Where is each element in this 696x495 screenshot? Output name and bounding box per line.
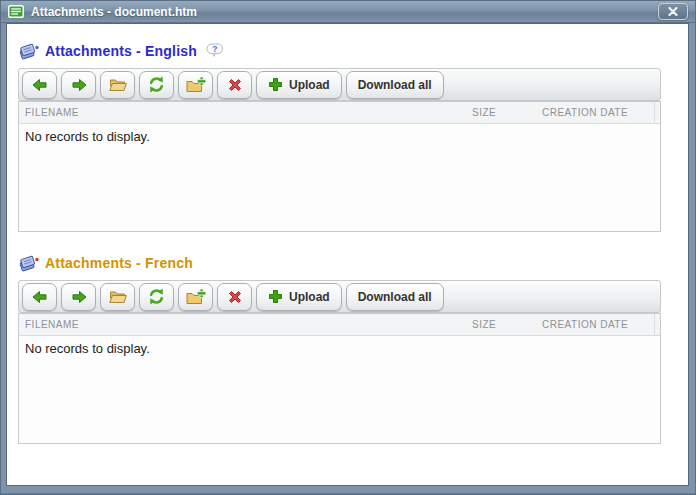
dialog-content: Attachments - English ?: [6, 23, 689, 486]
plus-icon: [268, 77, 283, 92]
empty-table-message: No records to display.: [19, 336, 660, 443]
refresh-button[interactable]: [139, 283, 174, 311]
attachments-table-english: FILENAME SIZE CREATION DATE No records t…: [18, 101, 661, 232]
attachments-icon: [18, 42, 39, 60]
refresh-icon: [147, 287, 166, 306]
help-icon[interactable]: ?: [206, 43, 224, 59]
column-header-creation-date[interactable]: CREATION DATE: [542, 107, 654, 118]
delete-button[interactable]: [217, 71, 252, 99]
empty-table-message: No records to display.: [19, 124, 660, 231]
section-title: Attachments - English: [45, 43, 197, 59]
back-button[interactable]: [22, 283, 57, 311]
delete-x-icon: [226, 288, 244, 306]
back-arrow-icon: [31, 288, 49, 306]
forward-button[interactable]: [61, 283, 96, 311]
forward-button[interactable]: [61, 71, 96, 99]
new-folder-button[interactable]: [178, 71, 213, 99]
document-window-icon: [8, 5, 24, 18]
refresh-button[interactable]: [139, 71, 174, 99]
dialog-title: Attachments - document.htm: [31, 5, 197, 19]
open-folder-button[interactable]: [100, 283, 135, 311]
table-header-row: FILENAME SIZE CREATION DATE: [19, 102, 660, 124]
delete-x-icon: [226, 76, 244, 94]
open-folder-icon: [108, 288, 128, 305]
column-header-size[interactable]: SIZE: [472, 107, 542, 118]
table-header-spacer: [654, 314, 660, 335]
column-header-size[interactable]: SIZE: [472, 319, 542, 330]
column-header-filename[interactable]: FILENAME: [19, 107, 472, 118]
new-folder-icon: [185, 76, 206, 94]
toolbar-french: Upload Download all: [18, 280, 661, 313]
open-folder-icon: [108, 76, 128, 93]
download-all-button[interactable]: Download all: [346, 283, 444, 311]
upload-button-label: Upload: [289, 290, 330, 304]
column-header-filename[interactable]: FILENAME: [19, 319, 472, 330]
forward-arrow-icon: [70, 76, 88, 94]
column-header-creation-date[interactable]: CREATION DATE: [542, 319, 654, 330]
new-folder-icon: [185, 288, 206, 306]
upload-button-label: Upload: [289, 78, 330, 92]
close-icon: [668, 7, 678, 16]
dialog-titlebar[interactable]: Attachments - document.htm: [1, 1, 695, 23]
upload-button[interactable]: Upload: [256, 71, 342, 99]
toolbar-english: Upload Download all: [18, 68, 661, 101]
upload-button[interactable]: Upload: [256, 283, 342, 311]
download-all-button-label: Download all: [358, 290, 432, 304]
download-all-button-label: Download all: [358, 78, 432, 92]
section-header-french: Attachments - French: [18, 252, 661, 274]
back-button[interactable]: [22, 71, 57, 99]
forward-arrow-icon: [70, 288, 88, 306]
section-header-english: Attachments - English ?: [18, 40, 661, 62]
back-arrow-icon: [31, 76, 49, 94]
language-dot: [35, 46, 38, 49]
attachments-dialog: Attachments - document.htm: [0, 0, 696, 495]
language-dot: [35, 258, 38, 261]
refresh-icon: [147, 75, 166, 94]
new-folder-button[interactable]: [178, 283, 213, 311]
table-header-spacer: [654, 102, 660, 123]
attachments-section-french: Attachments - French: [18, 252, 661, 444]
svg-text:?: ?: [212, 44, 217, 54]
table-header-row: FILENAME SIZE CREATION DATE: [19, 314, 660, 336]
attachments-table-french: FILENAME SIZE CREATION DATE No records t…: [18, 313, 661, 444]
attachments-section-english: Attachments - English ?: [18, 40, 661, 232]
plus-icon: [268, 289, 283, 304]
attachments-icon: [18, 254, 39, 272]
open-folder-button[interactable]: [100, 71, 135, 99]
section-title: Attachments - French: [45, 255, 193, 271]
download-all-button[interactable]: Download all: [346, 71, 444, 99]
delete-button[interactable]: [217, 283, 252, 311]
close-button[interactable]: [658, 3, 688, 20]
